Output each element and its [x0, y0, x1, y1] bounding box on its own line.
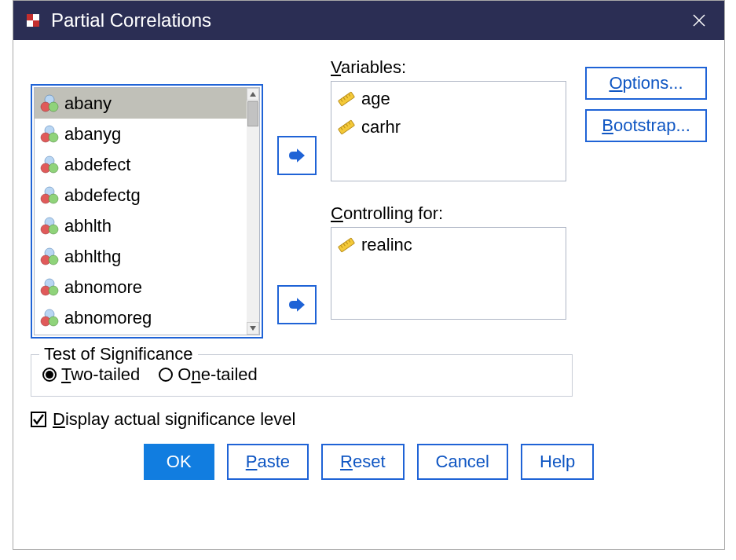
- list-item-label: abdefect: [64, 155, 130, 175]
- reset-button[interactable]: Reset: [321, 444, 404, 480]
- svg-rect-3: [33, 20, 39, 27]
- check-icon: [32, 413, 45, 426]
- list-item-label: age: [361, 89, 390, 109]
- list-item-label: abdefectg: [64, 185, 141, 206]
- nominal-icon: [39, 277, 60, 298]
- source-listbox-focus-ring: abanyabanygabdefectabdefectgabhlthabhlth…: [31, 84, 263, 339]
- radio-icon: [159, 368, 173, 382]
- svg-point-17: [49, 194, 58, 203]
- dialog-content: abanyabanygabdefectabdefectgabhlthabhlth…: [13, 40, 724, 549]
- svg-point-14: [49, 163, 58, 173]
- paste-button[interactable]: Paste: [227, 444, 309, 480]
- move-to-controlling-button[interactable]: [277, 285, 317, 324]
- nominal-icon: [39, 124, 60, 145]
- list-item-label: abhlthg: [64, 247, 121, 267]
- svg-point-8: [49, 102, 58, 112]
- controlling-list[interactable]: realinc: [331, 227, 566, 320]
- significance-group: Test of Significance Two-tailed One-tail…: [31, 354, 573, 397]
- scale-icon: [336, 235, 357, 255]
- svg-rect-37: [339, 120, 355, 134]
- bootstrap-button[interactable]: Bootstrap...: [585, 109, 707, 142]
- svg-marker-30: [250, 92, 256, 97]
- arrow-right-icon: [285, 293, 309, 317]
- nominal-icon: [39, 308, 60, 328]
- list-item[interactable]: abany: [35, 88, 247, 119]
- close-icon: [691, 13, 707, 28]
- nominal-icon: [39, 155, 60, 175]
- list-item-label: abnomore: [64, 277, 142, 298]
- scrollbar[interactable]: [247, 88, 259, 335]
- svg-rect-1: [33, 14, 39, 20]
- source-variable-list[interactable]: abanyabanygabdefectabdefectgabhlthabhlth…: [34, 87, 260, 335]
- svg-rect-2: [27, 20, 33, 27]
- nominal-icon: [39, 185, 60, 206]
- controlling-label: Controlling for:: [331, 203, 573, 224]
- cancel-button[interactable]: Cancel: [417, 444, 508, 480]
- significance-legend: Test of Significance: [39, 344, 198, 364]
- display-significance-label: Display actual significance level: [53, 409, 295, 430]
- scale-icon: [336, 89, 357, 109]
- window-title: Partial Correlations: [51, 9, 211, 31]
- list-item[interactable]: abnomoreg: [35, 302, 247, 333]
- partial-correlations-dialog: Partial Correlations abanyabanygabdefect…: [13, 0, 725, 550]
- button-row: OK Paste Reset Cancel Help: [31, 444, 707, 480]
- help-button[interactable]: Help: [521, 444, 594, 480]
- list-item[interactable]: carhr: [336, 113, 561, 141]
- list-item-label: carhr: [361, 117, 401, 137]
- nominal-icon: [39, 216, 60, 236]
- scale-icon: [336, 117, 357, 137]
- list-item[interactable]: abanyg: [35, 119, 247, 149]
- svg-rect-0: [27, 14, 33, 20]
- close-button[interactable]: [683, 5, 715, 36]
- svg-marker-31: [250, 326, 256, 331]
- svg-point-20: [49, 225, 58, 234]
- list-item-label: realinc: [361, 235, 412, 255]
- scroll-down-button[interactable]: [247, 322, 259, 335]
- two-tailed-radio[interactable]: Two-tailed: [42, 364, 140, 385]
- titlebar: Partial Correlations: [13, 1, 724, 40]
- display-significance-checkbox[interactable]: [31, 412, 46, 427]
- app-icon: [23, 10, 43, 31]
- list-item[interactable]: abdefect: [35, 149, 247, 180]
- scroll-up-button[interactable]: [247, 88, 259, 101]
- list-item[interactable]: realinc: [336, 231, 561, 259]
- variables-list[interactable]: agecarhr: [331, 81, 566, 181]
- svg-rect-42: [339, 238, 355, 252]
- nominal-icon: [39, 93, 60, 114]
- one-tailed-radio[interactable]: One-tailed: [159, 364, 258, 385]
- list-item-label: abanyg: [64, 124, 121, 145]
- list-item-label: abhlth: [64, 216, 112, 236]
- ok-button[interactable]: OK: [144, 444, 214, 480]
- list-item-label: abany: [64, 93, 112, 114]
- svg-point-26: [49, 286, 58, 295]
- arrow-right-icon: [285, 144, 309, 167]
- svg-rect-32: [339, 92, 355, 106]
- radio-icon: [42, 368, 57, 382]
- list-item[interactable]: abhlth: [35, 210, 247, 241]
- svg-point-23: [49, 255, 58, 265]
- list-item[interactable]: abnomore: [35, 272, 247, 302]
- variables-label: Variables:: [331, 57, 573, 78]
- list-item-label: abnomoreg: [64, 308, 152, 328]
- list-item[interactable]: abhlthg: [35, 241, 247, 272]
- options-button[interactable]: Options...: [585, 67, 707, 100]
- move-to-variables-button[interactable]: [277, 136, 317, 175]
- list-item[interactable]: abdefectg: [35, 180, 247, 210]
- svg-point-11: [49, 133, 58, 142]
- list-item[interactable]: age: [336, 85, 561, 113]
- nominal-icon: [39, 247, 60, 267]
- scroll-thumb[interactable]: [247, 101, 258, 126]
- svg-point-29: [49, 317, 58, 326]
